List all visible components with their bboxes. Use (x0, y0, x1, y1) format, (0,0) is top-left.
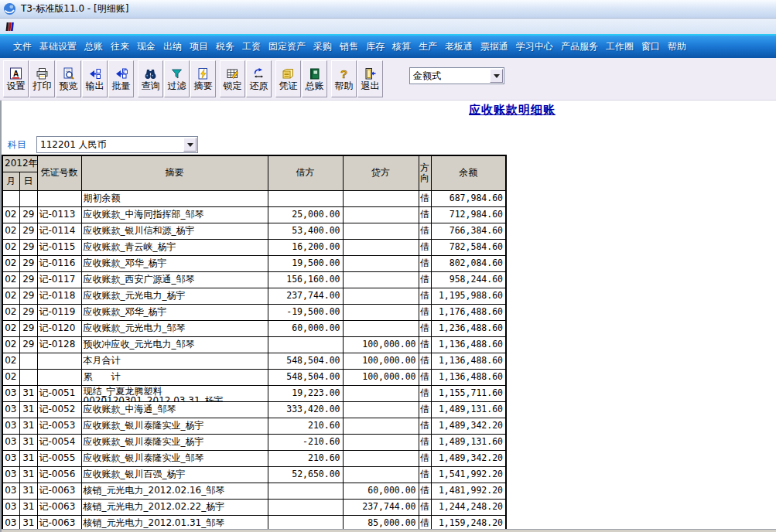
cell-direction: 借 (419, 450, 431, 466)
ledger-button[interactable]: 总账 (302, 60, 327, 97)
menu-item-boss[interactable]: 老板通 (441, 36, 477, 58)
table-row[interactable]: 0229记-0118应收账款_元光电力_杨宇237,744.00借1,195,9… (2, 288, 506, 304)
cell-summary: 应收账款_青云峡_杨宇 (81, 239, 268, 255)
summary-line1: 应收账款_中海通_邹琴 (84, 402, 266, 417)
cell-month: 02 (2, 369, 19, 385)
table-row[interactable]: 02本月合计548,504.00100,000.00借1,136,488.60 (2, 353, 506, 369)
table-row[interactable]: 0229记-0120应收账款_元光电力_邹琴60,000.00借1,236,48… (2, 320, 506, 336)
table-row[interactable]: 期初余额借687,984.60 (2, 190, 506, 206)
menu-item-product-service[interactable]: 产品服务 (557, 36, 602, 58)
table-row[interactable]: 0331记-0054应收账款_银川泰隆实业_杨宇-210.60借1,489,13… (2, 434, 506, 450)
menu-item-learning-center[interactable]: 学习中心 (512, 36, 557, 58)
horizontal-scrollbar-track[interactable] (2, 529, 776, 532)
cell-voucher-no: 记-0128 (37, 336, 81, 353)
toolbar-button-label: 总账 (306, 81, 324, 91)
cell-debit (268, 483, 343, 499)
table-row[interactable]: 0331记-0063核销_元光电力_2012.02.22_杨宇237,744.0… (2, 499, 506, 515)
menu-item-file[interactable]: 文件 (9, 36, 36, 58)
cell-voucher-no: 记-0113 (37, 206, 81, 223)
cell-voucher-no: 记-0117 (37, 271, 81, 288)
col-header-credit: 贷方 (343, 155, 419, 190)
subject-select[interactable]: 112201 人民币 (36, 136, 198, 153)
col-header-balance: 余额 (431, 155, 506, 190)
exit-button[interactable]: 退出 (357, 60, 383, 97)
menu-item-fixed-assets[interactable]: 固定资产 (265, 36, 309, 58)
cell-summary: 应收账款_银川百强_杨宇 (81, 466, 268, 483)
menu-item-work-circle[interactable]: 工作圈 (602, 36, 638, 58)
table-row[interactable]: 0229记-0117应收账款_西安广源通_邹琴156,160.00借958,24… (2, 271, 506, 288)
cell-summary: 累 计 (81, 369, 268, 385)
help-button[interactable]: ?帮助 (331, 60, 357, 97)
menu-item-payroll[interactable]: 工资 (238, 36, 265, 58)
cell-direction: 借 (419, 369, 431, 385)
menu-item-current[interactable]: 往来 (107, 36, 133, 58)
table-row[interactable]: 0331记-0063核销_元光电力_2012.02.16_邹琴60,000.00… (2, 483, 506, 499)
table-row[interactable]: 0331记-0056应收账款_银川百强_杨宇52,650.00借1,541,99… (2, 466, 506, 483)
cell-voucher-no (37, 353, 81, 369)
cell-voucher-no: 记-0114 (37, 223, 81, 239)
format-select[interactable]: 金额式 (409, 67, 504, 84)
table-row[interactable]: 0331记-0055应收账款_银川泰隆实业_邹琴210.60借1,489,342… (2, 450, 506, 466)
summary-line2: 0020120301_2012.03.31_杨宇 (84, 396, 266, 401)
menu-item-production[interactable]: 生产 (415, 36, 441, 58)
menu-item-inventory[interactable]: 库存 (362, 36, 388, 58)
ledger-window-icon[interactable] (4, 20, 16, 32)
menu-item-help[interactable]: 帮助 (664, 36, 690, 58)
cell-month: 03 (2, 401, 19, 418)
table-row[interactable]: 0229记-0113应收账款_中海同指挥部_邹琴25,000.00借712,98… (2, 206, 506, 223)
voucher-button[interactable]: 凭证 (275, 60, 301, 97)
menu-item-window[interactable]: 窗口 (638, 36, 664, 58)
restore-button[interactable]: 还原 (246, 60, 272, 97)
print-button[interactable]: 打印 (29, 60, 55, 97)
menu-item-sales[interactable]: 销售 (336, 36, 362, 58)
cell-summary: 应收账款_中海通_邹琴 (81, 401, 268, 418)
cell-voucher-no (37, 369, 81, 385)
cell-credit (343, 223, 419, 239)
cell-direction: 借 (419, 206, 431, 223)
chevron-down-icon[interactable] (490, 69, 503, 83)
cell-credit (343, 271, 419, 288)
search-button[interactable]: 查询 (138, 60, 163, 97)
summary-line1: 核销_元光电力_2012.02.16_邹琴 (84, 483, 266, 498)
menu-item-bills[interactable]: 票据通 (477, 36, 512, 58)
menu-item-cashier[interactable]: 出纳 (159, 36, 186, 58)
lock-button[interactable]: 锁定 (220, 60, 245, 97)
table-row[interactable]: 0331记-0052应收账款_中海通_邹琴333,420.00借1,489,13… (2, 401, 506, 418)
table-row[interactable]: 0229记-0116应收账款_邓华_杨宇19,500.00借802,084.60 (2, 255, 506, 271)
filter-button[interactable]: 过滤 (164, 60, 190, 97)
cell-balance: 782,584.60 (431, 239, 506, 255)
settings-button[interactable]: A设置 (3, 60, 29, 97)
table-row[interactable]: 0229记-0119应收账款_邓华_杨宇-19,500.00借1,176,488… (2, 304, 506, 320)
menu-item-purchase[interactable]: 采购 (309, 36, 336, 58)
cell-voucher-no: 记-0053 (37, 418, 81, 434)
batch-button[interactable]: 批量 (108, 60, 134, 97)
table-row[interactable]: 0331记-0051现结_宁夏龙腾塑料0020120301_2012.03.31… (2, 385, 506, 401)
cell-debit: 19,500.00 (268, 255, 343, 271)
col-header-month: 月 (2, 172, 19, 190)
summary-button[interactable]: 摘要 (190, 60, 216, 97)
cell-direction: 借 (419, 223, 431, 239)
cell-direction: 借 (419, 434, 431, 450)
table-row[interactable]: 0331记-0053应收账款_银川泰隆实业_杨宇210.60借1,489,342… (2, 418, 506, 434)
menu-item-cash[interactable]: 现金 (133, 36, 159, 58)
menu-item-tax[interactable]: 税务 (212, 36, 238, 58)
print-icon (36, 67, 49, 80)
table-row[interactable]: 0229记-0115应收账款_青云峡_杨宇16,200.00借782,584.6… (2, 239, 506, 255)
summary-line1: 核销_元光电力_2012.01.31_邹琴 (84, 516, 266, 530)
table-row[interactable]: 0229记-0114应收账款_银川信和源_杨宇53,400.00借766,384… (2, 223, 506, 239)
menu-item-project[interactable]: 项目 (186, 36, 212, 58)
menu-item-costing[interactable]: 核算 (388, 36, 415, 58)
export-button[interactable]: 输出 (82, 60, 108, 97)
preview-button[interactable]: 预览 (56, 60, 81, 97)
subject-row: 科目 112201 人民币 (8, 136, 198, 153)
menu-item-general-ledger[interactable]: 总账 (80, 36, 107, 58)
cell-debit: -19,500.00 (268, 304, 343, 320)
table-row[interactable]: 0229记-0128预收冲应收_元光电力_邹琴100,000.00借1,136,… (2, 336, 506, 353)
cell-credit (343, 190, 419, 206)
table-row[interactable]: 02累 计548,504.00100,000.00借1,136,488.60 (2, 369, 506, 385)
menu-item-basic-setup[interactable]: 基础设置 (36, 36, 80, 58)
cell-balance: 1,155,711.60 (431, 385, 506, 401)
cell-credit (343, 288, 419, 304)
col-header-direction: 方向 (419, 155, 431, 190)
chevron-down-icon[interactable] (183, 138, 197, 152)
